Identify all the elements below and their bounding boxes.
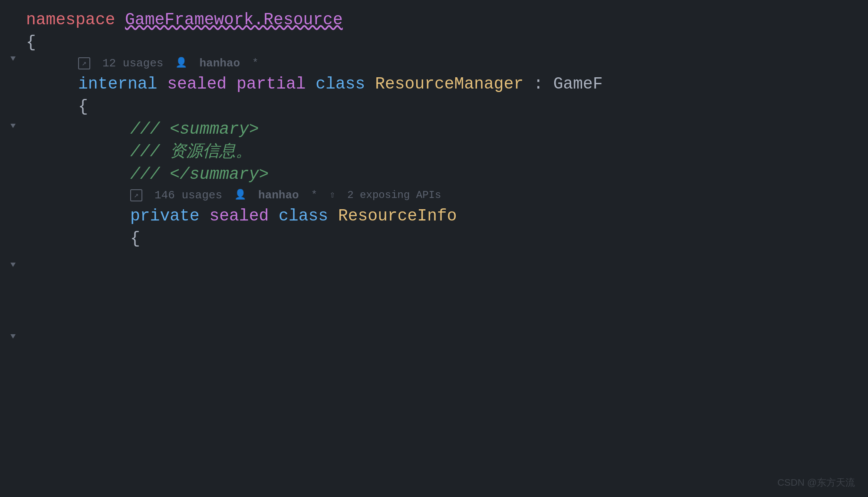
line-namespace: namespace GameFramework.Resource xyxy=(26,9,851,31)
fold-arrow-3[interactable] xyxy=(10,263,16,267)
person-icon-1: 👤 xyxy=(175,54,187,73)
hint-line-1: ↗ 12 usages 👤 hanhao * xyxy=(26,54,851,73)
line-comment-3: /// </summary> xyxy=(26,163,851,186)
hint2-star: * xyxy=(311,186,317,205)
usage-icon-2: ↗ xyxy=(130,189,142,201)
base-class-1: GameF xyxy=(553,73,603,95)
usage-icon-1: ↗ xyxy=(78,57,90,69)
fold-arrow-2[interactable] xyxy=(10,124,16,128)
brace-open-3: { xyxy=(130,227,140,250)
line-class1: internal sealed partial class ResourceMa… xyxy=(26,73,851,95)
hint1-count: 12 usages xyxy=(102,54,163,73)
line-brace-1: { xyxy=(26,31,851,54)
gutter xyxy=(0,0,26,497)
namespace-name: GameFramework.Resource xyxy=(125,9,343,31)
line-comment-1: /// <summary> xyxy=(26,118,851,141)
namespace-keyword: namespace xyxy=(26,9,115,31)
hint-row-1: ↗ 12 usages 👤 hanhao * xyxy=(78,54,258,73)
keyword-private: private xyxy=(130,205,200,227)
line-brace-2: { xyxy=(26,95,851,118)
hint2-author: hanhao xyxy=(258,186,299,205)
keyword-class-2: class xyxy=(279,205,328,227)
line-comment-2: /// 资源信息。 xyxy=(26,141,851,163)
fold-arrow-1[interactable] xyxy=(10,56,16,61)
classname-2: ResourceInfo xyxy=(338,205,457,227)
comment-resource-info: /// 资源信息。 xyxy=(130,141,252,163)
classname-1: ResourceManager xyxy=(375,73,523,95)
hint-line-2: ↗ 146 usages 👤 hanhao * ⇧ 2 exposing API… xyxy=(26,186,851,205)
keyword-sealed-2: sealed xyxy=(209,205,269,227)
brace-open-1: { xyxy=(26,31,36,54)
keyword-class-1: class xyxy=(316,73,365,95)
code-content: namespace GameFramework.Resource { ↗ 12 … xyxy=(26,9,868,250)
person-icon-2: 👤 xyxy=(234,186,246,205)
keyword-partial: partial xyxy=(237,73,306,95)
hint2-expose: 2 exposing APIs xyxy=(347,186,441,205)
hint1-author: hanhao xyxy=(199,54,240,73)
expose-icon: ⇧ xyxy=(329,186,335,205)
keyword-sealed-1: sealed xyxy=(167,73,227,95)
hint2-count: 146 usages xyxy=(155,186,222,205)
hint-row-2: ↗ 146 usages 👤 hanhao * ⇧ 2 exposing API… xyxy=(130,186,441,205)
colon-1: : xyxy=(533,73,543,95)
comment-summary-close: /// </summary> xyxy=(130,163,269,186)
watermark: CSDN @东方天流 xyxy=(777,476,855,489)
brace-open-2: { xyxy=(78,95,88,118)
line-class2: private sealed class ResourceInfo xyxy=(26,205,851,227)
line-brace-3: { xyxy=(26,227,851,250)
fold-arrow-4[interactable] xyxy=(10,334,16,339)
hint1-star: * xyxy=(252,54,258,73)
comment-summary-open: /// <summary> xyxy=(130,118,259,141)
code-editor: namespace GameFramework.Resource { ↗ 12 … xyxy=(0,0,868,497)
keyword-internal: internal xyxy=(78,73,157,95)
